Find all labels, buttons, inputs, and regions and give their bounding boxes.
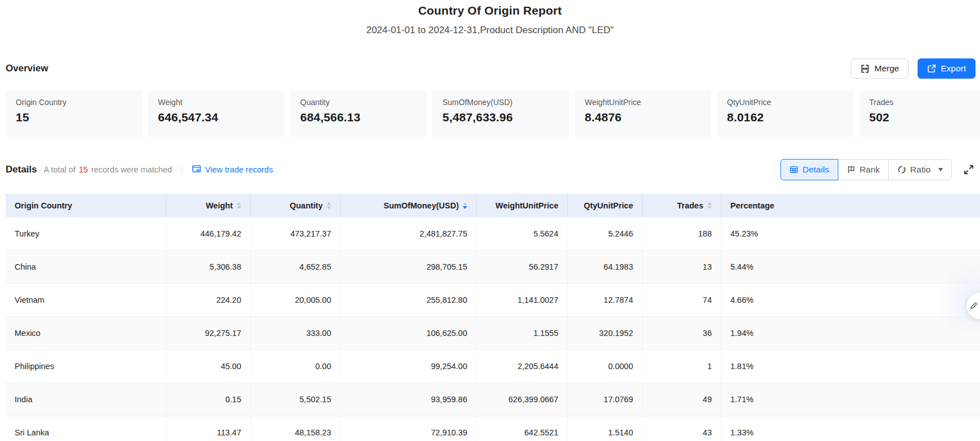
overview-bar: Overview Merge Export [0, 58, 980, 79]
rank-icon [847, 165, 856, 174]
table-cell: 48,158.23 [251, 416, 341, 441]
export-button-label: Export [941, 64, 966, 73]
card-label: Trades [869, 98, 980, 107]
table-row: Vietnam224.2020,005.00255,812.801,141.00… [6, 284, 980, 317]
table-row: China5,306.384,652.85298,705.1556.291764… [6, 251, 980, 284]
table-row: Sri Lanka113.4748,158.2372,910.39642.552… [6, 416, 980, 441]
merge-button-label: Merge [874, 64, 899, 73]
card-label: Weight [158, 98, 274, 107]
table-cell: 320.1952 [568, 317, 643, 350]
table-cell: 36 [643, 317, 721, 350]
table-cell: 224.20 [166, 284, 251, 317]
merge-icon [860, 64, 870, 74]
view-trade-records-label: View trade records [205, 165, 273, 174]
table-cell: Sri Lanka [6, 416, 166, 441]
trade-records-icon [192, 164, 201, 175]
table-cell: Philippines [6, 350, 166, 383]
column-header-weightunitprice: WeightUnitPrice [477, 194, 568, 217]
table-cell: 45.00 [166, 350, 251, 383]
origin-country-table: Origin CountryWeightQuantitySumOfMoney(U… [6, 194, 980, 441]
table-cell: 45.23% [721, 217, 980, 251]
export-button[interactable]: Export [918, 58, 976, 79]
table-cell: 1 [643, 350, 721, 383]
column-header-quantity[interactable]: Quantity [251, 194, 341, 217]
table-cell: Vietnam [6, 284, 166, 317]
table-cell: 1.71% [721, 383, 980, 416]
details-bar: Details A total of 15 records were match… [0, 159, 980, 180]
table-cell: 0.00 [251, 350, 341, 383]
column-header-trades[interactable]: Trades [643, 194, 721, 217]
merge-button[interactable]: Merge [851, 58, 909, 79]
table-cell: 0.15 [166, 383, 251, 416]
overview-card: QtyUnitPrice8.0162 [717, 90, 853, 137]
table-cell: 5.5624 [477, 217, 568, 251]
chevron-down-icon [938, 168, 943, 171]
column-header-label: Origin Country [15, 201, 72, 210]
column-header-label: Weight [206, 201, 233, 210]
column-header-sumofmoney-usd[interactable]: SumOfMoney(USD) [341, 194, 477, 217]
card-value: 8.4876 [585, 111, 701, 124]
view-trade-records-link[interactable]: View trade records [192, 164, 273, 175]
card-label: QtyUnitPrice [727, 98, 843, 107]
tab-details[interactable]: Details [780, 159, 838, 180]
table-cell: 113.47 [166, 416, 251, 441]
table-cell: 4,652.85 [251, 251, 341, 284]
table-cell: 298,705.15 [341, 251, 477, 284]
table-cell: 17.0769 [568, 383, 643, 416]
table-cell: 49 [643, 383, 721, 416]
table-cell: 446,179.42 [166, 217, 251, 251]
tab-details-label: Details [802, 165, 829, 175]
overview-card: Weight646,547.34 [148, 90, 284, 137]
table-cell: 1,141.0027 [477, 284, 568, 317]
vertical-divider [182, 166, 182, 174]
table-cell: China [6, 251, 166, 284]
table-cell: 72,910.39 [341, 416, 477, 441]
table-cell: 333.00 [251, 317, 341, 350]
table-cell: 13 [643, 251, 721, 284]
column-header-qtyunitprice: QtyUnitPrice [568, 194, 643, 217]
table-cell: 626,399.0667 [477, 383, 568, 416]
country-of-origin-report-page: Country Of Origin Report 2024-01-01 to 2… [0, 0, 980, 441]
table-cell: 5.2446 [568, 217, 643, 251]
table-cell: 92,275.17 [166, 317, 251, 350]
table-cell: India [6, 383, 166, 416]
column-header-weight[interactable]: Weight [166, 194, 251, 217]
table-cell: 1.5140 [568, 416, 643, 441]
column-header-label: Percentage [730, 201, 774, 210]
fullscreen-icon[interactable] [963, 164, 974, 175]
table-cell: Turkey [6, 217, 166, 251]
column-header-percentage: Percentage [721, 194, 980, 217]
table-row: India0.155,502.1593,959.86626,399.066717… [6, 383, 980, 416]
table-cell: 0.0000 [568, 350, 643, 383]
tab-rank[interactable]: Rank [838, 159, 889, 180]
details-section-label: Details [6, 164, 37, 175]
table-cell: 2,205.6444 [477, 350, 568, 383]
overview-card: Quantity684,566.13 [290, 90, 427, 137]
table-cell: 106,625.00 [341, 317, 477, 350]
column-header-label: SumOfMoney(USD) [383, 201, 459, 210]
table-cell: 642.5521 [477, 416, 568, 441]
table-cell: 188 [643, 217, 721, 251]
tab-ratio[interactable]: Ratio [888, 159, 952, 180]
report-header: Country Of Origin Report 2024-01-01 to 2… [0, 0, 980, 36]
table-cell: 93,959.86 [341, 383, 477, 416]
page-title: Country Of Origin Report [0, 4, 980, 17]
card-value: 502 [869, 111, 980, 124]
ratio-icon [897, 165, 906, 174]
column-header-label: QtyUnitPrice [584, 201, 633, 210]
column-header-label: Quantity [290, 201, 323, 210]
export-icon [927, 64, 936, 73]
card-value: 646,547.34 [158, 111, 274, 124]
pen-icon [969, 302, 978, 310]
card-value: 8.0162 [727, 111, 843, 124]
overview-cards: Origin Country15Weight646,547.34Quantity… [0, 90, 980, 137]
table-cell: 12.7874 [568, 284, 643, 317]
card-value: 15 [16, 111, 132, 124]
sort-icon [463, 202, 467, 210]
card-label: Quantity [300, 98, 417, 107]
matched-count: 15 [79, 165, 88, 174]
overview-card: Origin Country15 [6, 90, 142, 137]
tab-rank-label: Rank [860, 165, 880, 175]
table-row: Philippines45.000.0099,254.002,205.64440… [6, 350, 980, 383]
table-header-row: Origin CountryWeightQuantitySumOfMoney(U… [6, 194, 980, 217]
